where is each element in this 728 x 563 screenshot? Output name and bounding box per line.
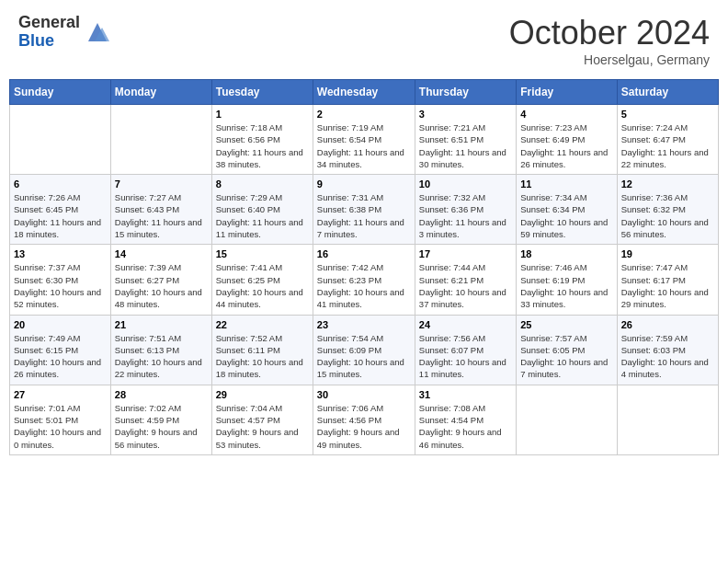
- calendar-cell: 11Sunrise: 7:34 AM Sunset: 6:34 PM Dayli…: [517, 175, 617, 245]
- calendar-week-row: 1Sunrise: 7:18 AM Sunset: 6:56 PM Daylig…: [10, 105, 719, 175]
- day-info: Sunrise: 7:39 AM Sunset: 6:27 PM Dayligh…: [115, 261, 208, 310]
- day-number: 7: [115, 178, 208, 190]
- day-number: 16: [317, 248, 411, 259]
- calendar-cell: 6Sunrise: 7:26 AM Sunset: 6:45 PM Daylig…: [10, 175, 111, 245]
- day-info: Sunrise: 7:06 AM Sunset: 4:56 PM Dayligh…: [317, 402, 411, 451]
- day-header-monday: Monday: [110, 80, 211, 105]
- day-number: 29: [216, 389, 309, 400]
- day-info: Sunrise: 7:32 AM Sunset: 6:36 PM Dayligh…: [419, 191, 512, 240]
- calendar-cell: [110, 105, 211, 175]
- day-number: 27: [14, 389, 107, 400]
- day-number: 28: [115, 389, 208, 400]
- day-number: 22: [216, 319, 309, 330]
- day-number: 15: [216, 248, 309, 259]
- location-subtitle: Hoerselgau, Germany: [509, 52, 710, 67]
- day-info: Sunrise: 7:34 AM Sunset: 6:34 PM Dayligh…: [520, 191, 612, 240]
- logo-icon: [84, 18, 111, 46]
- calendar-cell: 30Sunrise: 7:06 AM Sunset: 4:56 PM Dayli…: [313, 385, 415, 454]
- calendar-cell: 18Sunrise: 7:46 AM Sunset: 6:19 PM Dayli…: [517, 245, 617, 315]
- day-info: Sunrise: 7:18 AM Sunset: 6:56 PM Dayligh…: [216, 121, 309, 170]
- calendar-cell: 9Sunrise: 7:31 AM Sunset: 6:38 PM Daylig…: [313, 175, 415, 245]
- day-number: 10: [419, 178, 512, 190]
- day-number: 5: [621, 109, 714, 120]
- day-number: 25: [520, 319, 612, 330]
- day-info: Sunrise: 7:08 AM Sunset: 4:54 PM Dayligh…: [419, 402, 512, 451]
- title-block: October 2024 Hoerselgau, Germany: [509, 14, 710, 67]
- day-number: 18: [520, 248, 612, 259]
- calendar-week-row: 6Sunrise: 7:26 AM Sunset: 6:45 PM Daylig…: [10, 175, 719, 245]
- calendar-cell: 28Sunrise: 7:02 AM Sunset: 4:59 PM Dayli…: [110, 385, 211, 454]
- day-info: Sunrise: 7:04 AM Sunset: 4:57 PM Dayligh…: [216, 402, 309, 451]
- day-number: 17: [419, 248, 512, 259]
- calendar-cell: 12Sunrise: 7:36 AM Sunset: 6:32 PM Dayli…: [617, 175, 718, 245]
- day-info: Sunrise: 7:23 AM Sunset: 6:49 PM Dayligh…: [520, 121, 612, 170]
- day-number: 2: [317, 109, 411, 120]
- day-number: 19: [621, 248, 714, 259]
- calendar-cell: 29Sunrise: 7:04 AM Sunset: 4:57 PM Dayli…: [211, 385, 313, 454]
- day-number: 23: [317, 319, 411, 330]
- day-info: Sunrise: 7:51 AM Sunset: 6:13 PM Dayligh…: [115, 332, 208, 381]
- calendar-table: SundayMondayTuesdayWednesdayThursdayFrid…: [9, 79, 719, 455]
- day-info: Sunrise: 7:37 AM Sunset: 6:30 PM Dayligh…: [14, 261, 107, 310]
- day-header-saturday: Saturday: [617, 80, 718, 105]
- calendar-cell: 3Sunrise: 7:21 AM Sunset: 6:51 PM Daylig…: [415, 105, 516, 175]
- day-info: Sunrise: 7:27 AM Sunset: 6:43 PM Dayligh…: [115, 191, 208, 240]
- day-info: Sunrise: 7:29 AM Sunset: 6:40 PM Dayligh…: [216, 191, 309, 240]
- calendar-cell: 22Sunrise: 7:52 AM Sunset: 6:11 PM Dayli…: [211, 315, 313, 385]
- calendar-header-row: SundayMondayTuesdayWednesdayThursdayFrid…: [10, 80, 719, 105]
- calendar-cell: 17Sunrise: 7:44 AM Sunset: 6:21 PM Dayli…: [415, 245, 516, 315]
- day-info: Sunrise: 7:02 AM Sunset: 4:59 PM Dayligh…: [115, 402, 208, 451]
- day-info: Sunrise: 7:56 AM Sunset: 6:07 PM Dayligh…: [419, 332, 512, 381]
- day-number: 31: [419, 389, 512, 400]
- calendar-cell: 20Sunrise: 7:49 AM Sunset: 6:15 PM Dayli…: [10, 315, 111, 385]
- calendar-cell: 31Sunrise: 7:08 AM Sunset: 4:54 PM Dayli…: [415, 385, 516, 454]
- day-info: Sunrise: 7:47 AM Sunset: 6:17 PM Dayligh…: [621, 261, 714, 310]
- day-info: Sunrise: 7:54 AM Sunset: 6:09 PM Dayligh…: [317, 332, 411, 381]
- day-number: 13: [14, 248, 107, 259]
- day-info: Sunrise: 7:36 AM Sunset: 6:32 PM Dayligh…: [621, 191, 714, 240]
- day-number: 12: [621, 178, 714, 190]
- day-header-friday: Friday: [517, 80, 617, 105]
- calendar-cell: 10Sunrise: 7:32 AM Sunset: 6:36 PM Dayli…: [415, 175, 516, 245]
- logo-blue-text: Blue: [18, 32, 80, 51]
- calendar-cell: 24Sunrise: 7:56 AM Sunset: 6:07 PM Dayli…: [415, 315, 516, 385]
- day-number: 4: [520, 109, 612, 120]
- calendar-cell: 19Sunrise: 7:47 AM Sunset: 6:17 PM Dayli…: [617, 245, 718, 315]
- day-info: Sunrise: 7:01 AM Sunset: 5:01 PM Dayligh…: [14, 402, 107, 451]
- day-number: 26: [621, 319, 714, 330]
- calendar-cell: 25Sunrise: 7:57 AM Sunset: 6:05 PM Dayli…: [517, 315, 617, 385]
- day-number: 6: [14, 178, 107, 190]
- calendar-week-row: 20Sunrise: 7:49 AM Sunset: 6:15 PM Dayli…: [10, 315, 719, 385]
- day-header-thursday: Thursday: [415, 80, 516, 105]
- calendar-cell: 21Sunrise: 7:51 AM Sunset: 6:13 PM Dayli…: [110, 315, 211, 385]
- day-header-wednesday: Wednesday: [313, 80, 415, 105]
- calendar-cell: [617, 385, 718, 454]
- day-number: 24: [419, 319, 512, 330]
- calendar-week-row: 27Sunrise: 7:01 AM Sunset: 5:01 PM Dayli…: [10, 385, 719, 454]
- day-header-tuesday: Tuesday: [211, 80, 313, 105]
- day-info: Sunrise: 7:57 AM Sunset: 6:05 PM Dayligh…: [520, 332, 612, 381]
- day-number: 9: [317, 178, 411, 190]
- calendar-cell: 2Sunrise: 7:19 AM Sunset: 6:54 PM Daylig…: [313, 105, 415, 175]
- day-info: Sunrise: 7:44 AM Sunset: 6:21 PM Dayligh…: [419, 261, 512, 310]
- calendar-cell: 15Sunrise: 7:41 AM Sunset: 6:25 PM Dayli…: [211, 245, 313, 315]
- day-number: 11: [520, 178, 612, 190]
- calendar-cell: [10, 105, 111, 175]
- calendar-cell: 8Sunrise: 7:29 AM Sunset: 6:40 PM Daylig…: [211, 175, 313, 245]
- calendar-cell: 1Sunrise: 7:18 AM Sunset: 6:56 PM Daylig…: [211, 105, 313, 175]
- day-info: Sunrise: 7:46 AM Sunset: 6:19 PM Dayligh…: [520, 261, 612, 310]
- calendar-cell: [517, 385, 617, 454]
- calendar-cell: 4Sunrise: 7:23 AM Sunset: 6:49 PM Daylig…: [517, 105, 617, 175]
- month-title: October 2024: [509, 14, 710, 52]
- day-info: Sunrise: 7:41 AM Sunset: 6:25 PM Dayligh…: [216, 261, 309, 310]
- day-number: 8: [216, 178, 309, 190]
- day-info: Sunrise: 7:21 AM Sunset: 6:51 PM Dayligh…: [419, 121, 512, 170]
- calendar-cell: 7Sunrise: 7:27 AM Sunset: 6:43 PM Daylig…: [110, 175, 211, 245]
- day-number: 21: [115, 319, 208, 330]
- calendar-cell: 26Sunrise: 7:59 AM Sunset: 6:03 PM Dayli…: [617, 315, 718, 385]
- day-number: 3: [419, 109, 512, 120]
- day-info: Sunrise: 7:19 AM Sunset: 6:54 PM Dayligh…: [317, 121, 411, 170]
- day-info: Sunrise: 7:24 AM Sunset: 6:47 PM Dayligh…: [621, 121, 714, 170]
- day-number: 20: [14, 319, 107, 330]
- day-info: Sunrise: 7:26 AM Sunset: 6:45 PM Dayligh…: [14, 191, 107, 240]
